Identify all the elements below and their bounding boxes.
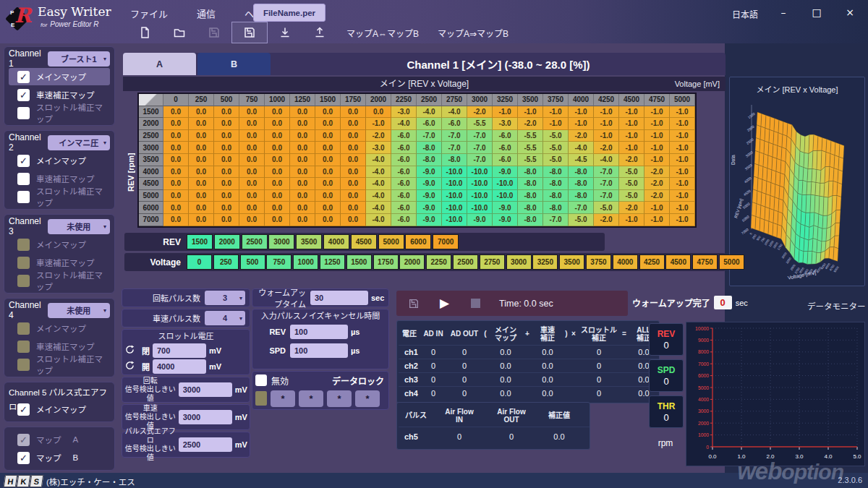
map-cell[interactable]: 0.0 bbox=[265, 106, 290, 119]
map-cell[interactable]: 0.0 bbox=[214, 106, 239, 119]
map-cell[interactable]: -4.0 bbox=[366, 214, 391, 226]
play-button[interactable]: ▶ bbox=[440, 297, 449, 309]
map-cell[interactable]: 0.0 bbox=[341, 166, 366, 179]
map-cell[interactable]: 0.0 bbox=[214, 142, 239, 154]
voltage-scale-cell[interactable]: 4250 bbox=[639, 254, 665, 270]
map-cell[interactable]: -9.0 bbox=[417, 166, 442, 179]
map-cell[interactable]: 0.0 bbox=[163, 106, 189, 119]
map-cell[interactable]: -1.0 bbox=[543, 106, 569, 119]
map-cell[interactable]: 0.0 bbox=[189, 166, 214, 179]
map-cell[interactable]: -6.0 bbox=[493, 154, 518, 166]
language-label[interactable]: 日本語 bbox=[732, 8, 758, 20]
map-cell[interactable]: -1.0 bbox=[619, 142, 644, 154]
close-button[interactable]: × bbox=[842, 5, 858, 20]
map-cell[interactable]: -1.0 bbox=[670, 118, 695, 130]
voltage-scale-cell[interactable]: 4500 bbox=[665, 254, 691, 270]
map-cell[interactable]: 0.0 bbox=[214, 130, 239, 142]
voltage-scale-cell[interactable]: 250 bbox=[213, 254, 239, 270]
map-cell[interactable]: 0.0 bbox=[341, 214, 366, 226]
map-cell[interactable]: -4.0 bbox=[366, 190, 391, 202]
noise-rev-input[interactable] bbox=[290, 325, 348, 339]
map-cell[interactable]: -6.0 bbox=[391, 190, 417, 202]
voltage-scale-cell[interactable]: 2000 bbox=[399, 254, 425, 270]
voltage-scale-cell[interactable]: 2750 bbox=[480, 254, 505, 270]
map-cell[interactable]: 0.0 bbox=[214, 202, 239, 214]
map-cell[interactable]: -5.5 bbox=[518, 142, 543, 154]
map-cell[interactable]: -1.0 bbox=[366, 118, 391, 130]
map-copy-button[interactable]: マップA⇒マップB bbox=[428, 27, 518, 39]
map-cell[interactable]: -3.0 bbox=[493, 118, 518, 130]
map-checkbox[interactable] bbox=[17, 275, 30, 287]
channel-mode-dropdown[interactable]: ブースト1▾ bbox=[48, 51, 110, 67]
map-cell[interactable]: -4.5 bbox=[569, 154, 594, 166]
map-cell[interactable]: -5.0 bbox=[543, 130, 569, 142]
map-cell[interactable]: 0.0 bbox=[341, 190, 366, 202]
map-cell[interactable]: 0.0 bbox=[239, 178, 265, 190]
rotation-pulse-dropdown[interactable]: 3 ▾ bbox=[205, 291, 245, 305]
map-cell[interactable]: -2.0 bbox=[467, 106, 493, 119]
map-cell[interactable]: -4.0 bbox=[417, 106, 442, 119]
map-checkbox[interactable] bbox=[17, 322, 30, 335]
download-icon[interactable] bbox=[268, 22, 302, 43]
map-cell[interactable]: 0.0 bbox=[315, 190, 341, 202]
map-cell[interactable]: -4.0 bbox=[366, 178, 391, 190]
map-checkbox[interactable] bbox=[17, 191, 30, 203]
map-cell[interactable]: -1.0 bbox=[644, 202, 670, 214]
map-cell[interactable]: 0.0 bbox=[239, 202, 265, 214]
map-cell[interactable]: 0.0 bbox=[341, 178, 366, 190]
map-cell[interactable]: -2.0 bbox=[594, 142, 619, 154]
datalock-button-4[interactable]: * bbox=[355, 390, 380, 407]
map-cell[interactable]: 0.0 bbox=[265, 118, 290, 130]
menu-communication[interactable]: 通信 bbox=[194, 5, 218, 22]
map-cell[interactable]: 0.0 bbox=[214, 190, 239, 202]
map-cell[interactable]: 0.0 bbox=[341, 142, 366, 154]
map-cell[interactable]: 0.0 bbox=[315, 202, 341, 214]
map-cell[interactable]: 0.0 bbox=[163, 118, 189, 130]
map-cell[interactable]: -8.0 bbox=[569, 178, 594, 190]
map-cell[interactable]: -1.0 bbox=[619, 118, 644, 130]
map-cell[interactable]: 0.0 bbox=[290, 142, 315, 154]
speed-pulse-dropdown[interactable]: 4 ▾ bbox=[205, 311, 245, 325]
menu-file[interactable]: ファイル bbox=[127, 5, 171, 22]
rev-scale-cell[interactable]: 1500 bbox=[187, 234, 213, 249]
map-cell[interactable]: 0.0 bbox=[315, 106, 341, 119]
map-cell[interactable]: -10.0 bbox=[467, 178, 493, 190]
voltage-scale-cell[interactable]: 1750 bbox=[373, 254, 399, 270]
map-cell[interactable]: -9.0 bbox=[417, 214, 442, 226]
map-cell[interactable]: -1.0 bbox=[569, 118, 594, 130]
disable-checkbox[interactable] bbox=[255, 374, 267, 386]
map-checkbox[interactable] bbox=[17, 173, 30, 185]
map-cell[interactable]: 0.0 bbox=[341, 202, 366, 214]
map-cell[interactable]: 0.0 bbox=[163, 178, 189, 190]
rev-scale-cell[interactable]: 2500 bbox=[242, 234, 268, 249]
map-cell[interactable]: -8.0 bbox=[518, 166, 543, 179]
map-cell[interactable]: -6.0 bbox=[442, 118, 467, 130]
map-cell[interactable]: -4.0 bbox=[569, 142, 594, 154]
map-cell[interactable]: -1.0 bbox=[644, 154, 670, 166]
map-cell[interactable]: -7.0 bbox=[442, 130, 467, 142]
map-checkbox[interactable] bbox=[17, 257, 30, 269]
channel-mode-dropdown[interactable]: インマニ圧▾ bbox=[48, 135, 110, 150]
voltage-scale-cell[interactable]: 1000 bbox=[293, 254, 318, 270]
map-cell[interactable]: 0.0 bbox=[214, 214, 239, 226]
map-cell[interactable]: -1.0 bbox=[619, 214, 644, 226]
map-cell[interactable]: -8.0 bbox=[543, 166, 569, 179]
datalock-button-3[interactable]: * bbox=[327, 390, 352, 407]
map-cell[interactable]: -1.0 bbox=[670, 214, 695, 226]
rev-scale-cell[interactable]: 4000 bbox=[323, 234, 349, 249]
new-file-icon[interactable] bbox=[127, 22, 162, 43]
map-cell[interactable]: 0.0 bbox=[189, 130, 214, 142]
map-cell[interactable]: -6.0 bbox=[391, 154, 417, 166]
map-cell[interactable]: -2.0 bbox=[644, 178, 670, 190]
map-cell[interactable]: -10.0 bbox=[442, 190, 467, 202]
map-cell[interactable]: -2.0 bbox=[518, 118, 543, 130]
warmup-time-input[interactable] bbox=[310, 291, 368, 305]
map-cell[interactable]: -7.0 bbox=[594, 190, 619, 202]
map-cell[interactable]: 0.0 bbox=[315, 118, 341, 130]
rev-scale-cell[interactable]: 4500 bbox=[351, 234, 377, 249]
map-cell[interactable]: -7.0 bbox=[467, 130, 493, 142]
map-cell[interactable]: -5.0 bbox=[543, 154, 569, 166]
map-cell[interactable]: 0.0 bbox=[290, 130, 315, 142]
map-cell[interactable]: -1.0 bbox=[569, 106, 594, 119]
map-checkbox[interactable] bbox=[17, 341, 30, 353]
